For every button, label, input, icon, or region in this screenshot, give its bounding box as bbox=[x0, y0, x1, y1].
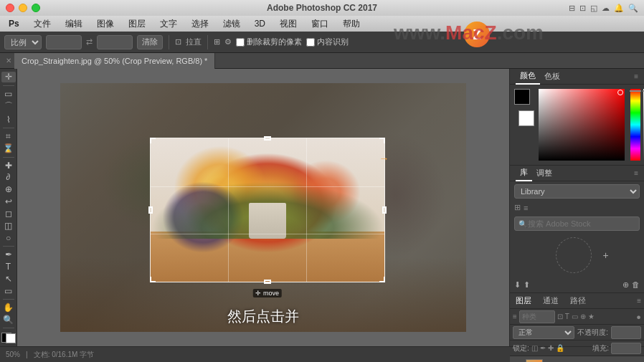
menu-image[interactable]: 图像 bbox=[94, 18, 117, 30]
menu-window[interactable]: 窗口 bbox=[308, 18, 331, 30]
handle-bottom-left[interactable] bbox=[150, 277, 156, 282]
tool-shape[interactable]: ▭ bbox=[1, 285, 16, 296]
kind-toggle[interactable]: ● bbox=[636, 313, 641, 321]
library-list-icon[interactable]: ≡ bbox=[524, 204, 528, 212]
height-input[interactable] bbox=[97, 35, 133, 49]
foreground-color[interactable] bbox=[514, 89, 530, 105]
opacity-input[interactable]: 100% bbox=[611, 326, 641, 339]
tool-move[interactable]: ✛ bbox=[1, 72, 16, 82]
tool-healing[interactable]: ✚ bbox=[1, 160, 16, 171]
tool-sep4 bbox=[3, 246, 14, 247]
menu-select[interactable]: 选择 bbox=[189, 18, 212, 30]
menu-edit[interactable]: 编辑 bbox=[62, 18, 85, 30]
tool-pen[interactable]: ✒ bbox=[1, 249, 16, 260]
tool-path-select[interactable]: ↖ bbox=[1, 273, 16, 284]
tool-magic-wand[interactable]: ⌇ bbox=[1, 114, 16, 125]
saturation-box[interactable] bbox=[539, 89, 625, 161]
tool-brush[interactable]: ∂ bbox=[1, 172, 16, 183]
layer-row[interactable]: 👁 Crop Preview bbox=[510, 356, 644, 362]
tool-type[interactable]: T bbox=[1, 262, 16, 272]
photo-background: ✛ move → bbox=[60, 83, 466, 332]
ratio-select[interactable]: 比例 bbox=[4, 35, 42, 49]
handle-bottom-right[interactable] bbox=[379, 277, 385, 282]
tool-rect-select[interactable]: ▭ bbox=[1, 89, 16, 100]
lock-position-icon[interactable]: ✚ bbox=[548, 344, 554, 352]
swatches-tab[interactable]: 色板 bbox=[540, 69, 564, 85]
lock-image-icon[interactable]: ✒ bbox=[540, 344, 546, 352]
tool-eyedropper[interactable]: ⌛ bbox=[1, 143, 16, 154]
layers-panel-menu[interactable]: ≡ bbox=[637, 297, 644, 305]
library-search-input[interactable] bbox=[514, 216, 640, 231]
menu-3d[interactable]: 3D bbox=[252, 19, 268, 29]
library-grid-icon[interactable]: ⊞ bbox=[514, 203, 521, 212]
layers-tab[interactable]: 图层 bbox=[510, 293, 537, 309]
library-delete-icon[interactable]: 🗑 bbox=[632, 280, 640, 289]
menu-type[interactable]: 文字 bbox=[157, 18, 180, 30]
library-add-button[interactable]: + bbox=[602, 249, 608, 261]
tool-stamp[interactable]: ⊕ bbox=[1, 184, 16, 195]
color-panel-menu[interactable]: ≡ bbox=[634, 72, 638, 80]
fill-input[interactable]: 100% bbox=[611, 343, 641, 354]
menu-filter[interactable]: 滤镜 bbox=[220, 18, 243, 30]
handle-top-left[interactable] bbox=[150, 138, 156, 143]
tool-lasso[interactable]: ⌒ bbox=[1, 100, 16, 113]
layers-kind-input[interactable] bbox=[519, 310, 555, 323]
handle-mid-left[interactable] bbox=[148, 206, 153, 214]
library-download-icon[interactable]: ⬇ bbox=[514, 280, 521, 290]
kind-text-icon[interactable]: T bbox=[565, 313, 569, 320]
content-aware-checkbox[interactable] bbox=[306, 38, 315, 47]
maximize-button[interactable] bbox=[32, 4, 40, 12]
fg-color-swatch[interactable] bbox=[1, 333, 16, 343]
tab-close-x[interactable]: ✕ bbox=[6, 57, 11, 65]
tool-gradient[interactable]: ◫ bbox=[1, 220, 16, 231]
kind-filter-icon[interactable]: ≡ bbox=[513, 313, 517, 320]
minimize-button[interactable] bbox=[19, 4, 27, 12]
tool-dodge[interactable]: ○ bbox=[1, 232, 16, 243]
handle-top-mid[interactable] bbox=[264, 136, 271, 140]
tool-eraser[interactable]: ◻ bbox=[1, 209, 16, 219]
menu-view[interactable]: 视图 bbox=[277, 18, 300, 30]
kind-effect-icon[interactable]: ★ bbox=[588, 313, 595, 320]
menu-layer[interactable]: 图层 bbox=[126, 18, 148, 30]
lock-transparent-icon[interactable]: ◫ bbox=[531, 344, 538, 352]
menu-ps[interactable]: Ps bbox=[6, 19, 22, 29]
handle-top-right[interactable] bbox=[379, 138, 385, 143]
kind-pixel-icon[interactable]: ⊡ bbox=[557, 313, 563, 320]
channels-tab[interactable]: 通道 bbox=[537, 293, 564, 309]
kind-smart-icon[interactable]: ⊕ bbox=[580, 313, 586, 320]
lock-all-icon[interactable]: 🔒 bbox=[556, 344, 564, 352]
tool-history-brush[interactable]: ↩ bbox=[1, 196, 16, 207]
paths-tab[interactable]: 路径 bbox=[564, 293, 592, 309]
delete-cropped-checkbox[interactable] bbox=[236, 38, 245, 47]
tool-crop[interactable]: ⌗ bbox=[1, 131, 16, 142]
crop-box[interactable]: ✛ move bbox=[150, 138, 385, 282]
document-tab[interactable]: Crop_Straighten.jpg @ 50% (Crop Preview,… bbox=[14, 53, 215, 69]
libraries-tab[interactable]: 库 bbox=[516, 166, 532, 181]
kind-shape-icon[interactable]: ▭ bbox=[572, 313, 578, 320]
crop-dim-right bbox=[385, 138, 466, 282]
hue-bar[interactable] bbox=[630, 89, 640, 161]
delete-cropped-label[interactable]: 删除裁剪的像素 bbox=[236, 37, 302, 47]
tool-zoom[interactable]: 🔍 bbox=[1, 314, 16, 325]
content-aware-label[interactable]: 内容识别 bbox=[306, 37, 349, 47]
color-panel-header: 颜色 色板 ≡ bbox=[510, 69, 644, 85]
tool-hand[interactable]: ✋ bbox=[1, 303, 16, 313]
library-upload-icon[interactable]: ⬆ bbox=[524, 280, 530, 290]
close-button[interactable] bbox=[6, 4, 14, 12]
library-dropdown[interactable]: Library bbox=[514, 184, 640, 199]
menu-file[interactable]: 文件 bbox=[31, 18, 54, 30]
width-input[interactable] bbox=[46, 35, 82, 49]
handle-bottom-mid[interactable] bbox=[264, 280, 271, 284]
clear-button[interactable]: 清除 bbox=[137, 35, 163, 49]
background-color[interactable] bbox=[518, 110, 534, 126]
canvas-area[interactable]: ✛ move → 然后点击并 bbox=[17, 69, 509, 346]
libraries-panel-menu[interactable]: ≡ bbox=[634, 169, 638, 177]
color-tab[interactable]: 颜色 bbox=[516, 69, 540, 85]
library-settings-icon[interactable]: ⊕ bbox=[622, 280, 629, 290]
window-controls[interactable] bbox=[6, 4, 40, 12]
blend-mode-select[interactable]: 正常 bbox=[513, 326, 574, 339]
handle-mid-right[interactable] bbox=[382, 206, 387, 214]
menu-help[interactable]: 帮助 bbox=[340, 18, 363, 30]
tool-sep1 bbox=[3, 85, 14, 86]
adjustments-tab[interactable]: 调整 bbox=[532, 166, 557, 181]
